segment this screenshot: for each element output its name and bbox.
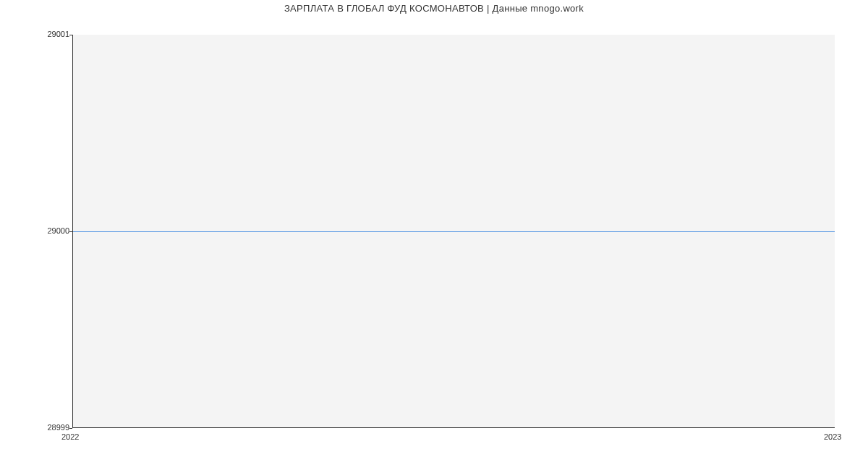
y-tick-mark xyxy=(69,428,72,429)
y-tick-label: 28999 xyxy=(0,423,69,432)
y-tick-mark xyxy=(69,35,72,35)
y-tick-label: 29001 xyxy=(0,30,69,38)
plot-area xyxy=(72,35,835,428)
series-line xyxy=(73,231,835,232)
y-tick-label: 29000 xyxy=(0,226,69,235)
y-tick-mark xyxy=(69,231,72,232)
chart-title: ЗАРПЛАТА В ГЛОБАЛ ФУД КОСМОНАВТОВ | Данн… xyxy=(0,3,868,14)
x-tick-label: 2023 xyxy=(824,432,841,441)
chart-container: ЗАРПЛАТА В ГЛОБАЛ ФУД КОСМОНАВТОВ | Данн… xyxy=(0,0,868,470)
x-tick-label: 2022 xyxy=(61,432,79,441)
